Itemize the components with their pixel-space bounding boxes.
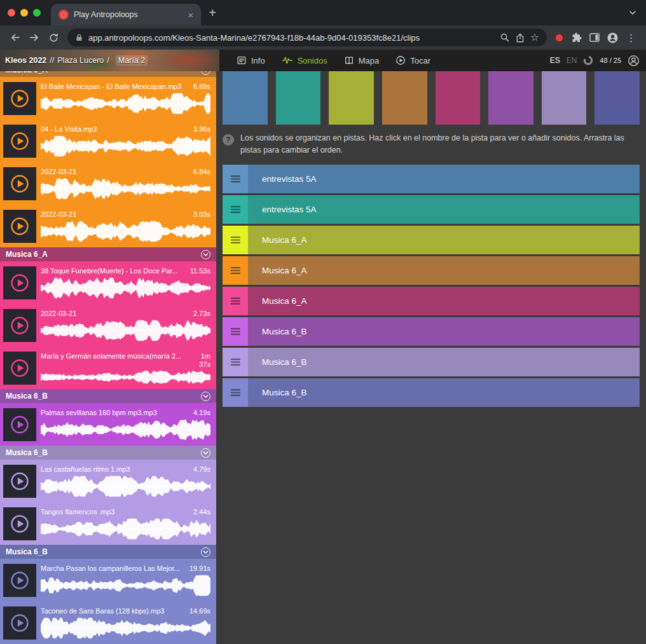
chevron-down-icon[interactable] <box>201 392 210 401</box>
address-bar[interactable]: app.antropoloops.com/Kleos-Santa-Marina/… <box>67 29 547 46</box>
play-button[interactable] <box>3 266 36 299</box>
play-button[interactable] <box>3 564 36 597</box>
track-color-swatch[interactable] <box>223 71 268 125</box>
clip[interactable]: 04 - La Visita.mp33.96s <box>0 120 216 162</box>
lock-icon[interactable] <box>75 33 83 42</box>
track-drag-handle-icon[interactable] <box>223 256 248 285</box>
track-section-header[interactable]: Musica 6_A <box>0 71 216 77</box>
track-drag-handle-icon[interactable] <box>223 317 248 346</box>
tab-search-chevron-icon[interactable] <box>624 8 641 17</box>
track-row[interactable]: Musica 6_B <box>223 317 640 346</box>
main-content: Musica 6_AEl Baile Mexicapan - El Baile … <box>0 71 646 644</box>
track-row[interactable]: Musica 6_A <box>223 226 640 254</box>
clip[interactable]: 2022-03-213.03s <box>0 205 216 247</box>
track-name-bar[interactable]: Musica 6_B <box>248 317 640 346</box>
nav-label: Sonidos <box>298 56 327 65</box>
track-name-bar[interactable]: Musica 6_A <box>248 256 640 285</box>
chevron-down-icon[interactable] <box>201 250 210 259</box>
track-color-swatch[interactable] <box>276 71 321 125</box>
back-button[interactable] <box>6 29 24 46</box>
window-controls <box>5 9 46 17</box>
play-button[interactable] <box>3 507 36 540</box>
track-drag-handle-icon[interactable] <box>223 348 248 376</box>
clip[interactable]: Palmas sevillanas 160 bpm mp3.mp34.19s <box>0 403 216 446</box>
minimize-window-button[interactable] <box>20 9 28 17</box>
clip[interactable]: Taconeo de Sara Baras (128 kbps).mp314.6… <box>0 601 216 644</box>
reload-button[interactable] <box>45 29 62 46</box>
track-section-header[interactable]: Musica 6_B <box>0 446 216 460</box>
track-section-header[interactable]: Musica 6_A <box>0 247 216 261</box>
lang-en-button[interactable]: EN <box>567 56 577 65</box>
track-color-swatch[interactable] <box>436 71 481 125</box>
track-row[interactable]: entrevistas 5A <box>223 165 640 193</box>
track-color-swatch[interactable] <box>488 71 533 125</box>
new-tab-button[interactable]: + <box>203 4 221 22</box>
track-drag-handle-icon[interactable] <box>223 226 248 254</box>
forward-button[interactable] <box>25 29 43 46</box>
track-row[interactable]: Musica 6_A <box>223 287 640 315</box>
track-name-bar[interactable]: entrevistas 5A <box>248 165 640 193</box>
track-name-bar[interactable]: Musica 6_B <box>248 378 640 407</box>
clip[interactable]: 2022-03-212.73s <box>0 304 216 346</box>
nav-tab-mapa[interactable]: Mapa <box>336 50 388 71</box>
map-book-icon <box>344 55 354 65</box>
track-name-bar[interactable]: Musica 6_A <box>248 287 640 315</box>
track-drag-handle-icon[interactable] <box>223 287 248 315</box>
clip[interactable]: El Baile Mexicapan - El Baile Mexicapan.… <box>0 77 216 120</box>
play-button[interactable] <box>3 125 36 158</box>
browser-tab[interactable]: Play Antropoloops × <box>51 4 201 25</box>
url-text[interactable]: app.antropoloops.com/Kleos-Santa-Marina/… <box>88 33 495 43</box>
track-name-bar[interactable]: entrevistas 5A <box>248 195 640 224</box>
clip[interactable]: Las castañuelas ritmo 1.mp34.79s <box>0 460 216 502</box>
close-window-button[interactable] <box>8 9 15 17</box>
track-row[interactable]: Musica 6_B <box>223 378 640 407</box>
chevron-down-icon[interactable] <box>201 448 210 458</box>
track-color-swatch[interactable] <box>594 71 640 125</box>
play-button[interactable] <box>3 210 36 243</box>
track-drag-handle-icon[interactable] <box>223 195 248 224</box>
track-color-swatch[interactable] <box>542 71 587 125</box>
track-name-bar[interactable]: Musica 6_A <box>248 226 640 254</box>
nav-tab-info[interactable]: Info <box>228 50 273 71</box>
lang-es-button[interactable]: ES <box>550 56 560 65</box>
side-panel-icon[interactable] <box>586 29 603 46</box>
project-breadcrumb[interactable]: Kleos 2022 // Plaza Lucero / María 2 <box>0 50 219 71</box>
close-tab-icon[interactable]: × <box>186 10 196 20</box>
extensions-puzzle-icon[interactable] <box>567 29 584 46</box>
clip[interactable]: Marcha Pasan los campanilleros Las Mejor… <box>0 559 216 601</box>
track-row[interactable]: Musica 6_B <box>223 348 640 376</box>
track-section-header[interactable]: Musica 6_B <box>0 545 216 559</box>
track-row[interactable]: Musica 6_A <box>223 256 640 285</box>
track-row[interactable]: entrevistas 5A <box>223 195 640 224</box>
chevron-down-icon[interactable] <box>201 71 210 75</box>
profile-avatar[interactable] <box>604 29 621 46</box>
track-name-bar[interactable]: Musica 6_B <box>248 348 640 376</box>
share-icon[interactable] <box>515 32 525 43</box>
track-section-header[interactable]: Musica 6_B <box>0 389 216 403</box>
nav-tab-tocar[interactable]: Tocar <box>387 50 439 71</box>
play-button[interactable] <box>3 606 36 640</box>
zoom-icon[interactable] <box>500 32 510 43</box>
browser-menu-icon[interactable]: ⋮ <box>622 29 640 46</box>
track-drag-handle-icon[interactable] <box>223 165 248 193</box>
maximize-window-button[interactable] <box>33 9 41 17</box>
track-color-swatch[interactable] <box>329 71 374 125</box>
play-button[interactable] <box>3 465 36 498</box>
play-button[interactable] <box>3 309 36 342</box>
play-button[interactable] <box>3 408 36 441</box>
play-button[interactable] <box>3 82 36 115</box>
nav-tab-sonidos[interactable]: Sonidos <box>273 50 336 71</box>
bookmark-star-icon[interactable]: ☆ <box>530 32 539 43</box>
clip[interactable]: 2022-03-216.84s <box>0 162 216 205</box>
clip-name: 38 Toque Funebre(Muerte) - Los Doce Par.… <box>41 267 186 275</box>
track-drag-handle-icon[interactable] <box>223 378 248 407</box>
play-button[interactable] <box>3 352 36 385</box>
recording-indicator-icon[interactable] <box>552 34 566 41</box>
account-icon[interactable] <box>628 55 640 67</box>
clip[interactable]: María y Germán solamente música(maría 2.… <box>0 346 216 389</box>
clip[interactable]: 38 Toque Funebre(Muerte) - Los Doce Par.… <box>0 261 216 304</box>
track-color-swatch[interactable] <box>382 71 427 125</box>
clip[interactable]: Tangos flamencos .mp32.44s <box>0 502 216 545</box>
chevron-down-icon[interactable] <box>201 547 210 557</box>
play-button[interactable] <box>3 167 36 200</box>
